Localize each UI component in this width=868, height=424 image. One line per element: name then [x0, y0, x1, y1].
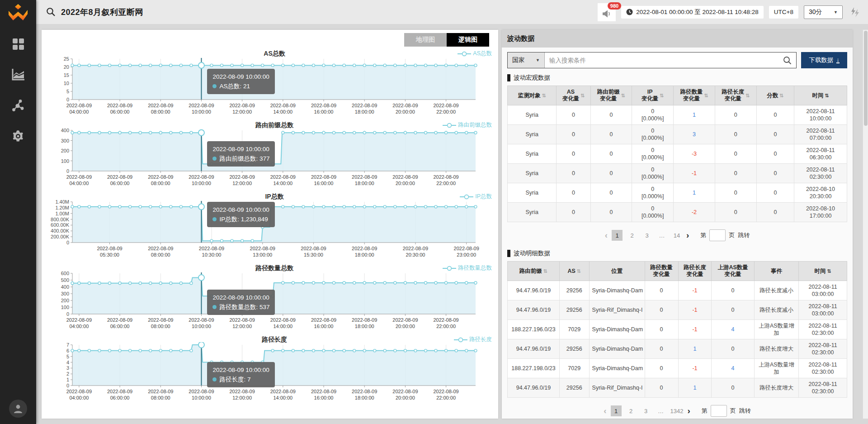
column-header-score[interactable]: 分数⇅	[756, 86, 794, 105]
prev-page-icon[interactable]: ‹	[604, 407, 606, 415]
table-row[interactable]: Syria000 [0.000%]-3002022-08-11 06:30:00	[508, 144, 847, 164]
table-cell: 1	[674, 105, 715, 125]
search-icon[interactable]	[46, 7, 56, 17]
svg-text:2022-08-09: 2022-08-09	[270, 317, 296, 323]
download-button[interactable]: 下载数据 ↓	[801, 52, 847, 68]
page-number[interactable]: 1	[611, 405, 622, 416]
table-row[interactable]: 188.227.198.0/237029Syria-Dimashq-Dam0-1…	[508, 359, 847, 378]
chart-path-length[interactable]: 路径长度路径长度012345672022-08-0904:00:002022-0…	[46, 336, 494, 407]
chart-path-count-total[interactable]: 路径数量总数路径数量总数01002003004005006002022-08-0…	[46, 264, 494, 336]
table-cell: 0	[756, 144, 794, 164]
legend-marker-icon	[458, 51, 471, 57]
date-range-picker[interactable]: 2022-08-01 00:00:00 至 2022-08-11 10:48:2…	[621, 6, 764, 19]
sort-icon[interactable]: ⇅	[660, 92, 664, 99]
sort-icon[interactable]: ⇅	[580, 92, 585, 99]
table-row[interactable]: 94.47.96.0/1929256Syria-Rif_Dimashq-I010…	[508, 378, 847, 398]
table-cell: 0	[715, 144, 756, 164]
table-cell: 188.227.196.0/23	[508, 320, 560, 339]
svg-text:5: 5	[66, 354, 69, 359]
svg-text:04:00:00: 04:00:00	[69, 109, 89, 114]
sort-icon[interactable]: ⇅	[825, 92, 829, 99]
sort-icon[interactable]: ⇅	[745, 92, 750, 99]
jump-page-input[interactable]	[709, 229, 726, 241]
search-input[interactable]	[545, 52, 778, 68]
svg-text:12:00:00: 12:00:00	[232, 324, 252, 329]
sort-icon[interactable]: ⇅	[827, 268, 831, 275]
svg-text:200.00K: 200.00K	[51, 234, 70, 239]
column-header-route-prefix[interactable]: 路由前缀⇅	[508, 262, 560, 281]
table-cell: Syria-Dimashq-Dam	[589, 359, 645, 378]
search-row: 国家 ▼ 下载数据	[507, 52, 847, 68]
table-row[interactable]: 94.47.96.0/1929256Syria-Rif_Dimashq-I0-1…	[508, 300, 847, 320]
chart-as-total[interactable]: AS总数AS总数05101520252022-08-0904:00:002022…	[46, 50, 494, 121]
table-cell: 0	[590, 164, 632, 183]
sort-icon[interactable]: ⇅	[542, 92, 546, 99]
table-cell: 0 [0.000%]	[632, 203, 674, 222]
search-submit-icon[interactable]	[778, 56, 796, 65]
page-number[interactable]: 2	[626, 405, 637, 416]
prev-page-icon[interactable]: ‹	[605, 231, 608, 239]
column-header-time[interactable]: 时间⇅	[799, 262, 847, 281]
page-number[interactable]: 1	[612, 230, 623, 241]
column-header-monitor-target[interactable]: 监测对象⇅	[508, 86, 557, 105]
table-row[interactable]: 94.47.96.0/1929256Syria-Dimashq-Dam010路径…	[508, 339, 847, 359]
table-row[interactable]: 94.47.96.0/1929256Syria-Dimashq-Dam0-10路…	[508, 281, 847, 300]
sort-icon[interactable]: ⇅	[779, 92, 783, 99]
page-number[interactable]: 1342	[670, 405, 684, 416]
sidebar-item-dashboard[interactable]	[9, 36, 27, 52]
column-header-as[interactable]: AS⇅	[559, 262, 589, 281]
next-page-icon[interactable]: ›	[687, 407, 690, 415]
sidebar-item-charts[interactable]	[9, 67, 27, 82]
column-header-as-change[interactable]: AS变化量⇅	[557, 86, 590, 105]
scrollbar-thumb[interactable]	[864, 31, 868, 126]
svg-text:2022-08-09: 2022-08-09	[250, 246, 275, 251]
chart-ip-total[interactable]: IP总数IP总数0200.00K400.00K600.00K800.00K1.0…	[46, 193, 494, 264]
geo-map-button[interactable]: 地理图	[404, 33, 447, 47]
sort-icon[interactable]: ⇅	[577, 268, 581, 275]
sort-icon[interactable]: ⇅	[543, 268, 547, 275]
table-row[interactable]: Syria000 [0.000%]1002022-08-11 10:00:00	[508, 105, 847, 125]
user-avatar[interactable]	[9, 400, 27, 418]
logic-map-button[interactable]: 逻辑图	[447, 33, 489, 47]
content-area: 地理图 逻辑图 AS总数AS总数05101520252022-08-0904:0…	[36, 24, 868, 424]
page-number[interactable]: 14	[671, 230, 682, 241]
table-cell: 0 [0.000%]	[632, 125, 674, 144]
page-number[interactable]: 3	[642, 230, 652, 241]
column-header-path-count-change: 路径数量变化量	[645, 262, 678, 281]
table-cell: 0	[557, 183, 590, 203]
column-header-path-length-change[interactable]: 路径长度变化量⇅	[715, 86, 756, 105]
svg-text:2022-08-09: 2022-08-09	[352, 174, 377, 180]
notification-speaker[interactable]: 980	[598, 3, 616, 21]
svg-text:08:00:00: 08:00:00	[151, 109, 170, 114]
sort-icon[interactable]: ⇅	[621, 92, 625, 99]
column-header-time[interactable]: 时间⇅	[794, 86, 847, 105]
category-select[interactable]: 国家 ▼	[508, 52, 545, 68]
jump-go-button[interactable]: 跳转	[738, 231, 750, 239]
next-page-icon[interactable]: ›	[686, 231, 689, 239]
app-logo[interactable]	[5, 3, 31, 24]
svg-text:04:00:00: 04:00:00	[69, 324, 89, 329]
jump-go-button[interactable]: 跳转	[739, 407, 751, 415]
column-header-ip-change[interactable]: IP变化量⇅	[632, 86, 674, 105]
table-row[interactable]: Syria000 [0.000%]3002022-08-11 07:00:00	[508, 125, 847, 144]
jump-page-input[interactable]	[711, 405, 727, 417]
table-cell: 0	[756, 203, 794, 222]
sort-icon[interactable]: ⇅	[704, 92, 708, 99]
auto-refresh-icon[interactable]	[848, 5, 862, 19]
sidebar-item-settings[interactable]	[9, 129, 27, 144]
interval-select[interactable]: 30分 ▼	[804, 5, 843, 19]
column-header-path-count-change[interactable]: 路径数量变化量⇅	[674, 86, 715, 105]
scrollbar[interactable]	[863, 30, 868, 419]
table-row[interactable]: 188.227.196.0/237029Syria-Dimashq-Dam0-1…	[508, 320, 847, 339]
table-row[interactable]: Syria000 [0.000%]-1002022-08-11 02:30:00	[508, 164, 847, 183]
svg-text:18:00:00: 18:00:00	[355, 252, 374, 257]
timezone-label: UTC+8	[769, 6, 798, 19]
sidebar-item-topology[interactable]	[9, 98, 27, 113]
table-cell: 路径长度增大	[754, 339, 798, 359]
table-row[interactable]: Syria000 [0.000%]1002022-08-10 20:30:00	[508, 183, 847, 203]
page-number[interactable]: 2	[627, 230, 637, 241]
chart-prefix-total[interactable]: 路由前缀总数路由前缀总数01002003004002022-08-0904:00…	[46, 121, 494, 193]
table-row[interactable]: Syria000 [0.000%]-2002022-08-10 17:00:00	[508, 203, 847, 222]
page-number[interactable]: 3	[641, 405, 651, 416]
column-header-prefix-change[interactable]: 路由前缀变化量⇅	[590, 86, 632, 105]
